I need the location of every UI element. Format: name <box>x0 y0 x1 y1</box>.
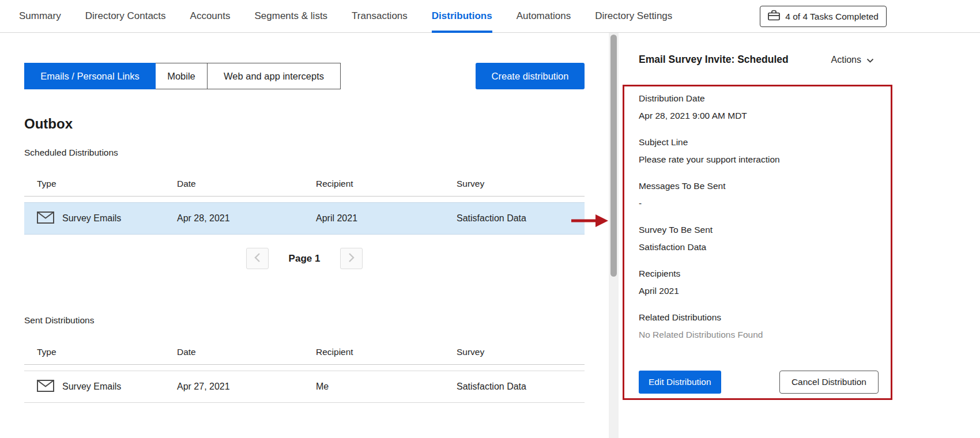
chevron-left-icon <box>254 252 261 265</box>
scheduled-distributions-label: Scheduled Distributions <box>24 148 118 158</box>
sent-distributions-label: Sent Distributions <box>24 315 94 326</box>
tab-emails-personal-links[interactable]: Emails / Personal Links <box>24 63 156 89</box>
envelope-icon <box>37 380 54 394</box>
column-header-recipient: Recipient <box>316 179 457 189</box>
row-type: Survey Emails <box>62 213 121 224</box>
recipients-label: Recipients <box>639 265 881 282</box>
actions-label: Actions <box>831 55 861 65</box>
edit-distribution-button[interactable]: Edit Distribution <box>639 371 721 394</box>
chevron-down-icon <box>866 55 874 65</box>
field-recipients: Recipients April 2021 <box>639 265 881 300</box>
messages-to-be-sent-label: Messages To Be Sent <box>639 178 881 195</box>
survey-to-be-sent-label: Survey To Be Sent <box>639 221 881 239</box>
scheduled-distributions-table: Type Date Recipient Survey Survey Emails… <box>24 171 585 235</box>
top-navigation-bar: Summary Directory Contacts Accounts Segm… <box>0 0 980 33</box>
row-survey: Satisfaction Data <box>457 382 585 392</box>
column-header-type: Type <box>24 347 177 357</box>
distribution-date-value: Apr 28, 2021 9:00 AM MDT <box>639 107 881 124</box>
detail-fields: Distribution Date Apr 28, 2021 9:00 AM M… <box>639 90 881 353</box>
prev-page-button[interactable] <box>246 248 269 269</box>
scrollbar-thumb[interactable] <box>610 35 617 277</box>
row-recipient: April 2021 <box>316 213 457 224</box>
actions-dropdown[interactable]: Actions <box>831 55 874 65</box>
channel-toolbar: Emails / Personal Links Mobile Web and a… <box>24 63 585 89</box>
field-related-distributions: Related Distributions No Related Distrib… <box>639 309 881 343</box>
recipients-value: April 2021 <box>639 282 881 300</box>
nav-tab-transactions[interactable]: Transactions <box>352 0 408 32</box>
detail-panel-title: Email Survey Invite: Scheduled <box>639 54 789 66</box>
row-type: Survey Emails <box>62 382 121 392</box>
app-window: Summary Directory Contacts Accounts Segm… <box>0 0 980 438</box>
row-date: Apr 27, 2021 <box>177 382 316 392</box>
primary-nav: Summary Directory Contacts Accounts Segm… <box>0 0 672 32</box>
nav-tab-automations[interactable]: Automations <box>517 0 571 32</box>
column-header-survey: Survey <box>457 347 585 357</box>
scheduled-distribution-row[interactable]: Survey Emails Apr 28, 2021 April 2021 Sa… <box>24 202 585 235</box>
distribution-date-label: Distribution Date <box>639 90 881 107</box>
column-header-survey: Survey <box>457 179 585 189</box>
nav-tab-accounts[interactable]: Accounts <box>190 0 231 32</box>
envelope-icon <box>37 212 54 226</box>
next-page-button[interactable] <box>340 248 363 269</box>
sent-distribution-row[interactable]: Survey Emails Apr 27, 2021 Me Satisfacti… <box>24 371 585 403</box>
sent-table-header: Type Date Recipient Survey <box>24 339 585 365</box>
column-header-type: Type <box>24 179 177 189</box>
row-date: Apr 28, 2021 <box>177 213 316 224</box>
related-distributions-value: No Related Distributions Found <box>639 326 881 343</box>
tasks-completed-button[interactable]: 4 of 4 Tasks Completed <box>760 6 887 27</box>
vertical-scrollbar[interactable] <box>609 33 619 438</box>
field-subject-line: Subject Line Please rate your support in… <box>639 134 881 168</box>
chevron-right-icon <box>348 252 355 265</box>
column-header-date: Date <box>177 179 316 189</box>
row-recipient: Me <box>316 382 457 392</box>
field-distribution-date: Distribution Date Apr 28, 2021 9:00 AM M… <box>639 90 881 124</box>
distributions-content: Emails / Personal Links Mobile Web and a… <box>0 33 609 438</box>
sent-distributions-table: Type Date Recipient Survey Survey Emails… <box>24 339 585 403</box>
column-header-date: Date <box>177 347 316 357</box>
field-survey-to-be-sent: Survey To Be Sent Satisfaction Data <box>639 221 881 256</box>
subject-line-label: Subject Line <box>639 134 881 151</box>
detail-panel-actions: Edit Distribution Cancel Distribution <box>639 371 879 394</box>
create-distribution-button[interactable]: Create distribution <box>476 63 585 89</box>
distribution-detail-panel: Email Survey Invite: Scheduled Actions D… <box>619 33 980 438</box>
column-header-recipient: Recipient <box>316 347 457 357</box>
survey-to-be-sent-value: Satisfaction Data <box>639 239 881 256</box>
nav-tab-distributions[interactable]: Distributions <box>432 0 492 32</box>
tab-mobile[interactable]: Mobile <box>155 63 208 89</box>
related-distributions-label: Related Distributions <box>639 309 881 326</box>
field-messages-to-be-sent: Messages To Be Sent - <box>639 178 881 212</box>
subject-line-value: Please rate your support interaction <box>639 151 881 168</box>
tasks-completed-label: 4 of 4 Tasks Completed <box>785 12 879 22</box>
cancel-distribution-button[interactable]: Cancel Distribution <box>779 371 879 394</box>
briefcase-icon <box>768 10 780 23</box>
scheduled-table-header: Type Date Recipient Survey <box>24 171 585 197</box>
nav-tab-directory-settings[interactable]: Directory Settings <box>595 0 672 32</box>
tab-web-app-intercepts[interactable]: Web and app intercepts <box>207 63 341 89</box>
nav-tab-directory-contacts[interactable]: Directory Contacts <box>85 0 166 32</box>
detail-panel-header: Email Survey Invite: Scheduled Actions <box>639 54 874 66</box>
page-title: Outbox <box>24 116 73 132</box>
messages-to-be-sent-value: - <box>639 195 881 212</box>
page-indicator: Page 1 <box>289 253 321 265</box>
nav-tab-segments-lists[interactable]: Segments & lists <box>255 0 328 32</box>
pagination: Page 1 <box>24 248 585 269</box>
row-survey: Satisfaction Data <box>457 213 585 224</box>
nav-tab-summary[interactable]: Summary <box>19 0 61 32</box>
